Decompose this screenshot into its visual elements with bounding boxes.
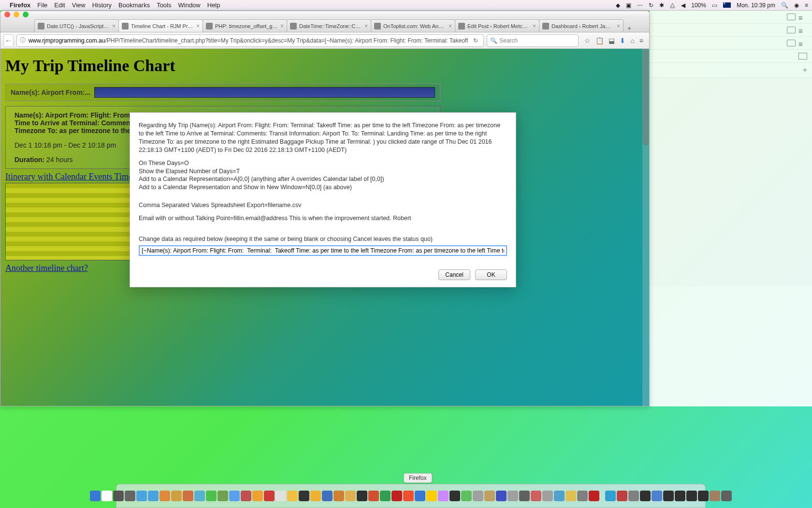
- another-chart-link[interactable]: Another timeline chart?: [5, 263, 88, 273]
- spotlight-icon[interactable]: 🔍: [781, 2, 788, 9]
- itinerary-link[interactable]: Itinerary with Calendar Events Timeline: [5, 172, 145, 181]
- status-icon[interactable]: ◆: [616, 2, 620, 9]
- clock-text[interactable]: Mon. 10:39 pm: [737, 2, 775, 9]
- dock-app-icon[interactable]: [392, 491, 402, 501]
- tab-close-icon[interactable]: ×: [449, 23, 452, 30]
- dock-app-icon[interactable]: [276, 491, 286, 501]
- dock-app-icon[interactable]: [264, 491, 275, 501]
- dock-app-icon[interactable]: [426, 491, 437, 501]
- window-minimize-icon[interactable]: [14, 12, 19, 17]
- dock-app-icon[interactable]: [380, 491, 391, 501]
- menu-tools[interactable]: Tools: [157, 1, 171, 9]
- active-app-name[interactable]: Firefox: [10, 1, 30, 9]
- dock-app-icon[interactable]: [241, 491, 251, 501]
- dock-app-icon[interactable]: [640, 491, 651, 501]
- menu-help[interactable]: Help: [207, 1, 220, 9]
- dock-app-icon[interactable]: [287, 491, 298, 501]
- dock-app-icon[interactable]: [617, 491, 627, 501]
- site-info-icon[interactable]: ⓘ: [20, 36, 26, 45]
- dock-app-icon[interactable]: [206, 491, 217, 501]
- downloads-icon[interactable]: ⬇: [620, 37, 625, 45]
- dock-app-icon[interactable]: [577, 491, 588, 501]
- hamburger-icon[interactable]: ≡: [639, 37, 643, 45]
- dock-app-icon[interactable]: [136, 491, 147, 501]
- wifi-icon[interactable]: ⧋: [670, 2, 675, 9]
- menu-view[interactable]: View: [72, 1, 86, 9]
- dock-app-icon[interactable]: [229, 491, 240, 501]
- dock-app-icon[interactable]: [519, 491, 530, 501]
- browser-tab[interactable]: Dashboard ‹ Robert James ...×: [539, 19, 624, 32]
- reader-icon[interactable]: 📋: [595, 37, 604, 45]
- dock-app-icon[interactable]: [542, 491, 553, 501]
- menu-history[interactable]: History: [92, 1, 112, 9]
- gantt-bar[interactable]: [94, 87, 435, 98]
- dock-app-icon[interactable]: [461, 491, 472, 501]
- dock-app-icon[interactable]: [663, 491, 674, 501]
- dock-app-icon[interactable]: [473, 491, 483, 501]
- dock-app-icon[interactable]: [450, 491, 460, 501]
- dock-app-icon[interactable]: [125, 491, 135, 501]
- browser-tab[interactable]: Timeline Chart - RJM Progr...×: [118, 19, 203, 32]
- dock-app-icon[interactable]: [438, 491, 449, 501]
- dock-app-icon[interactable]: [721, 491, 732, 501]
- dock-app-icon[interactable]: [554, 491, 565, 501]
- dock-app-icon[interactable]: [160, 491, 170, 501]
- dock-app-icon[interactable]: [148, 491, 159, 501]
- window-close-icon[interactable]: [4, 12, 10, 17]
- dock-app-icon[interactable]: [628, 491, 639, 501]
- window-zoom-icon[interactable]: [23, 12, 29, 17]
- dock-app-icon[interactable]: [484, 491, 495, 501]
- home-icon[interactable]: ⌂: [630, 37, 634, 45]
- new-tab-button[interactable]: +: [623, 24, 636, 32]
- status-icon[interactable]: ↻: [649, 2, 653, 9]
- pocket-icon[interactable]: ⬓: [609, 37, 615, 45]
- url-box[interactable]: ⓘ www.rjmprogramming.com.au/PHP/Timeline…: [16, 34, 484, 47]
- siri-icon[interactable]: ◉: [794, 2, 799, 9]
- calendar-preview-box[interactable]: [5, 183, 150, 260]
- dock-app-icon[interactable]: [698, 491, 709, 501]
- dock-app-icon[interactable]: [218, 491, 228, 501]
- bookmark-star-icon[interactable]: ☆: [584, 37, 591, 45]
- status-icon[interactable]: ▣: [626, 2, 631, 9]
- browser-tab[interactable]: PHP: timezone_offset_get -...×: [203, 19, 287, 32]
- dock-app-icon[interactable]: [334, 491, 344, 501]
- volume-icon[interactable]: ◀: [681, 2, 685, 9]
- dock-app-icon[interactable]: [496, 491, 507, 501]
- cancel-button[interactable]: Cancel: [438, 269, 470, 280]
- ok-button[interactable]: OK: [475, 269, 507, 280]
- scrollbar-thumb[interactable]: [643, 49, 649, 146]
- dock-app-icon[interactable]: [652, 491, 662, 501]
- tab-close-icon[interactable]: ×: [112, 23, 116, 30]
- reload-icon[interactable]: ↻: [471, 37, 480, 44]
- menu-window[interactable]: Window: [178, 1, 201, 9]
- notification-icon[interactable]: ≡: [805, 2, 808, 9]
- dock-app-icon[interactable]: [566, 491, 576, 501]
- back-button[interactable]: ←: [3, 34, 14, 47]
- tab-close-icon[interactable]: ×: [280, 23, 284, 30]
- tab-close-icon[interactable]: ×: [533, 23, 536, 30]
- dialog-input[interactable]: [139, 245, 507, 256]
- url-text[interactable]: www.rjmprogramming.com.au/PHP/TimelineCh…: [29, 37, 468, 44]
- bluetooth-icon[interactable]: ✱: [659, 2, 664, 9]
- dock-app-icon[interactable]: [403, 491, 414, 501]
- dock-app-icon[interactable]: [310, 491, 321, 501]
- menu-file[interactable]: File: [37, 1, 47, 9]
- dock-app-icon[interactable]: [589, 491, 599, 501]
- battery-icon[interactable]: ▭: [712, 2, 717, 9]
- dock-app-icon[interactable]: [113, 491, 124, 501]
- menu-bookmarks[interactable]: Bookmarks: [118, 1, 150, 9]
- browser-tab[interactable]: Edit Post ‹ Robert Metcalfe...×: [455, 19, 539, 32]
- dock-app-icon[interactable]: [368, 491, 379, 501]
- dock-app-icon[interactable]: [415, 491, 425, 501]
- browser-tab[interactable]: DateTime::TimeZone::Catal...×: [287, 19, 371, 32]
- tab-close-icon[interactable]: ×: [364, 23, 368, 30]
- dock-app-icon[interactable]: [102, 491, 112, 501]
- browser-tab[interactable]: Date.UTC() - JavaScript | ...×: [34, 19, 119, 32]
- browser-tab[interactable]: OnToplist.com: Web Analyt...×: [371, 19, 455, 32]
- dock-app-icon[interactable]: [171, 491, 182, 501]
- dock-app-icon[interactable]: [686, 491, 697, 501]
- search-box[interactable]: 🔍 Search: [487, 34, 579, 47]
- dock-app-icon[interactable]: [605, 491, 616, 501]
- tab-close-icon[interactable]: ×: [617, 23, 620, 30]
- dock-app-icon[interactable]: [299, 491, 309, 501]
